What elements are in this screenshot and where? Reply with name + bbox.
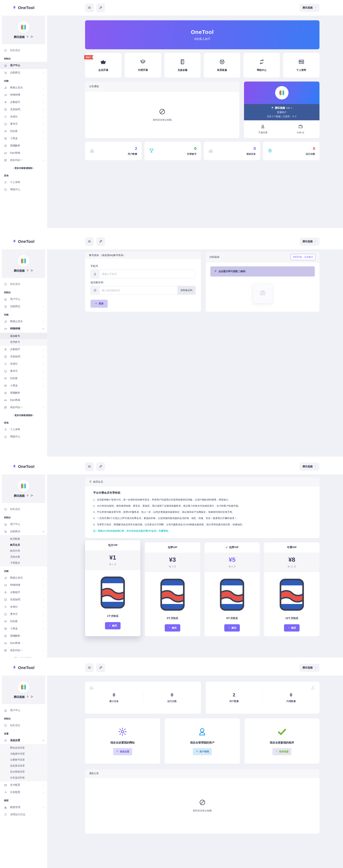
sidebar-subitem-购买会员[interactable]: 购买会员 xyxy=(0,542,47,548)
sidebar-item-收款码合一[interactable]: 收款码合一‹ xyxy=(0,404,47,411)
sidebar-item-扣扣星[interactable]: 扣扣星‹ xyxy=(0,128,47,135)
sidebar-item-站长后台[interactable]: 站长后台 xyxy=(0,47,47,54)
sidebar-subitem-充值余额[interactable]: 充值余额 xyxy=(0,554,47,560)
sidebar-toggle-button[interactable] xyxy=(85,663,94,672)
sidebar-subitem-任务监控列表[interactable]: 任务监控列表 xyxy=(0,775,47,781)
sidebar-item-Epic商城[interactable]: Epic商城 xyxy=(0,640,47,647)
quick-action-帮助中心[interactable]: 帮助中心 xyxy=(243,53,280,78)
admin-action-button-用户管理[interactable]: 用户管理 xyxy=(193,748,212,755)
sidebar-item-数据管理[interactable]: 数据管理‹ xyxy=(0,804,47,811)
sidebar-subitem-添加账号[interactable]: 添加账号 xyxy=(0,333,47,339)
sidebar-item-网易云音乐[interactable]: 网易云音乐‹ xyxy=(0,84,47,91)
sidebar-item-小黑盒[interactable]: 小黑盒‹ xyxy=(0,135,47,142)
sidebar-item-清理运行日志[interactable]: 清理运行日志 xyxy=(0,811,47,818)
sidebar-item-百度贴吧[interactable]: 百度贴吧‹ xyxy=(0,596,47,603)
sidebar-item-哔哩哔哩[interactable]: 哔哩哔哩« xyxy=(0,325,47,332)
quick-action-充值余额[interactable]: 充值余额 xyxy=(164,53,201,78)
admin-action-button-程序更新[interactable]: 程序更新 xyxy=(272,748,291,755)
sidebar-item-哔哩哔哩[interactable]: 哔哩哔哩‹ xyxy=(0,582,47,589)
sidebar-subitem-购买代理[interactable]: 购买代理 xyxy=(0,548,47,554)
logout-icon[interactable] xyxy=(31,494,33,498)
theme-brush-button[interactable] xyxy=(96,663,105,672)
sidebar-subitem-卡密激活[interactable]: 卡密激活 xyxy=(0,560,47,566)
sidebar-item-视频解析[interactable]: 视频解析 xyxy=(0,142,47,149)
app-logo[interactable]: OneTool xyxy=(0,239,47,244)
sidebar-item-小黑盒[interactable]: 小黑盒‹ xyxy=(0,382,47,389)
sidebar-item-爱奇艺[interactable]: 爱奇艺‹ xyxy=(0,368,47,375)
sidebar-item-哔哩哔哩[interactable]: 哔哩哔哩‹ xyxy=(0,91,47,99)
input-手机号[interactable] xyxy=(99,270,195,278)
sidebar-item-米游社[interactable]: 米游社‹ xyxy=(0,360,47,368)
sidebar-item-站长后台[interactable]: 站长后台 xyxy=(0,280,47,288)
sidebar-item-步数助手[interactable]: 步数助手‹ xyxy=(0,99,47,106)
profile-dropdown[interactable]: 腾讯视频 xyxy=(300,238,319,246)
sidebar-item-系统设置[interactable]: 系统设置« xyxy=(0,737,47,744)
buy-button[interactable]: 购买 xyxy=(105,622,121,629)
quick-action-代理开通[interactable]: 代理开通 xyxy=(125,53,161,78)
sidebar-subitem-信息推送设置[interactable]: 信息推送设置 xyxy=(0,763,47,769)
sidebar-subitem-网站信息设置[interactable]: 网站信息设置 xyxy=(0,745,47,751)
logout-icon[interactable] xyxy=(31,35,33,39)
theme-brush-button[interactable] xyxy=(96,462,105,471)
sidebar-item-用户中心[interactable]: 用户中心 xyxy=(0,62,47,69)
quick-action-会员开通[interactable]: Hot !会员开通 xyxy=(85,53,122,78)
profile-dropdown[interactable]: 腾讯视频 xyxy=(300,4,319,12)
sidebar-item-收款码合一[interactable]: 收款码合一‹ xyxy=(0,647,47,654)
sidebar-subitem-购买配额[interactable]: 购买配额 xyxy=(0,536,47,542)
sidebar-item-任务配置[interactable]: 任务配置‹ xyxy=(0,788,47,796)
sidebar-item-视频解析[interactable]: 视频解析 xyxy=(0,389,47,397)
get-code-button[interactable]: 获取验证码 xyxy=(178,286,195,294)
sidebar-item-米游社[interactable]: 米游社‹ xyxy=(0,113,47,120)
sidebar-subitem-前台模板设置[interactable]: 前台模板设置 xyxy=(0,769,47,775)
login-button[interactable]: 登录 xyxy=(91,300,108,308)
sidebar-item-个人资料[interactable]: 个人资料 xyxy=(0,179,47,186)
theme-brush-button[interactable] xyxy=(96,3,105,12)
sidebar-subitem-管理账号[interactable]: 管理账号 xyxy=(0,339,47,345)
sidebar-item-百度贴吧[interactable]: 百度贴吧‹ xyxy=(0,353,47,360)
sidebar-item-Epic商城[interactable]: Epic商城 xyxy=(0,397,47,404)
app-logo[interactable]: OneTool xyxy=(0,665,47,670)
buy-button[interactable]: 购买 xyxy=(224,624,240,631)
sidebar-item-自助商店[interactable]: 自助商店« xyxy=(0,528,47,535)
sidebar-item-爱奇艺[interactable]: 爱奇艺‹ xyxy=(0,120,47,128)
scan-verify-button[interactable]: 扫码完成，点击验证 xyxy=(290,254,316,260)
theme-brush-button[interactable] xyxy=(96,237,105,246)
logout-icon[interactable] xyxy=(31,695,33,699)
sidebar-toggle-button[interactable] xyxy=(85,237,94,246)
sidebar-item-Epic商城[interactable]: Epic商城 xyxy=(0,149,47,157)
logout-icon[interactable] xyxy=(31,269,33,273)
sidebar-toggle-button[interactable] xyxy=(85,462,94,471)
sidebar-item-帮助中心[interactable]: 帮助中心 xyxy=(0,186,47,193)
sidebar-item-站长后台[interactable]: 站长后台 xyxy=(0,722,47,729)
sidebar-item-用户中心[interactable]: 用户中心 xyxy=(0,296,47,303)
admin-action-button-系统设置[interactable]: 系统设置 xyxy=(113,748,132,755)
sidebar-item-小黑盒[interactable]: 小黑盒‹ xyxy=(0,625,47,632)
sidebar-item-扣扣星[interactable]: 扣扣星‹ xyxy=(0,375,47,382)
sidebar-item-用户中心[interactable]: 用户中心 xyxy=(0,521,47,528)
app-logo[interactable]: OneTool xyxy=(0,464,47,469)
sidebar-item-视频解析[interactable]: 视频解析 xyxy=(0,632,47,640)
qr-image-placeholder[interactable] xyxy=(252,283,273,303)
quick-action-个人资料[interactable]: 个人资料 xyxy=(283,53,319,78)
input-短信验证码[interactable] xyxy=(99,286,178,294)
sidebar-item-自助商店[interactable]: 自助商店‹ xyxy=(0,303,47,310)
sidebar-item-帮助中心[interactable]: 帮助中心 xyxy=(0,433,47,440)
buy-button[interactable]: 购买 xyxy=(165,624,180,631)
sidebar-item-用户中心[interactable]: 用户中心 xyxy=(0,707,47,714)
sidebar-item-爱奇艺[interactable]: 爱奇艺‹ xyxy=(0,611,47,618)
quick-action-联系客服[interactable]: 联系客服 xyxy=(204,53,240,78)
sidebar-item-网易云音乐[interactable]: 网易云音乐‹ xyxy=(0,318,47,325)
sidebar-item-支付配置[interactable]: 支付配置‹ xyxy=(0,781,47,788)
sidebar-item-米游社[interactable]: 米游社‹ xyxy=(0,603,47,611)
sidebar-item-步数助手[interactable]: 步数助手‹ xyxy=(0,589,47,596)
sidebar-item-百度贴吧[interactable]: 百度贴吧‹ xyxy=(0,106,47,113)
sidebar-toggle-button[interactable] xyxy=(85,3,94,12)
sidebar-item-站长后台[interactable]: 站长后台 xyxy=(0,505,47,513)
profile-dropdown[interactable]: 腾讯视频 xyxy=(300,463,319,471)
app-logo[interactable]: OneTool xyxy=(0,5,47,10)
sidebar-item-收款码合一[interactable]: 收款码合一‹ xyxy=(0,157,47,164)
buy-button[interactable]: 购买 xyxy=(284,624,300,631)
sidebar-subitem-注册账号设置[interactable]: 注册账号设置 xyxy=(0,757,47,763)
sidebar-subitem-功能插件设置[interactable]: 功能插件设置 xyxy=(0,751,47,757)
sidebar-item-步数助手[interactable]: 步数助手‹ xyxy=(0,346,47,353)
